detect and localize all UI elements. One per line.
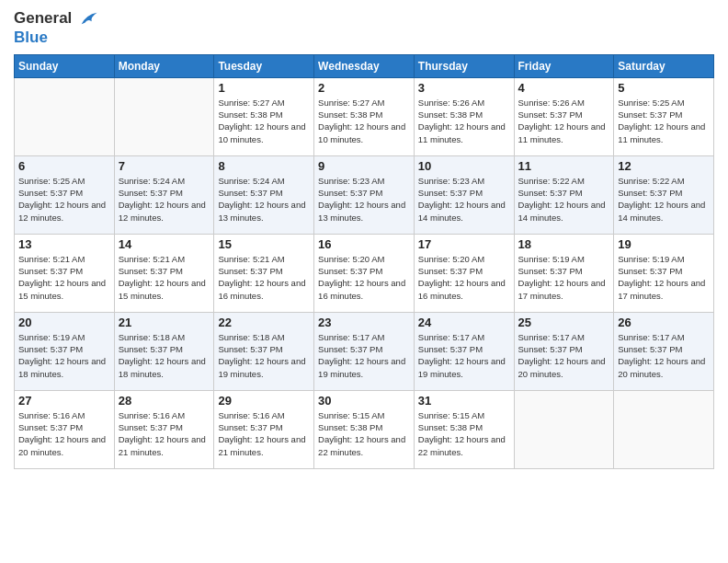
- day-number: 26: [618, 316, 710, 329]
- day-info: Sunrise: 5:17 AM Sunset: 5:37 PM Dayligh…: [418, 331, 510, 380]
- calendar-cell: 6Sunrise: 5:25 AM Sunset: 5:37 PM Daylig…: [15, 155, 115, 234]
- calendar-cell: 8Sunrise: 5:24 AM Sunset: 5:37 PM Daylig…: [214, 155, 314, 234]
- week-row-5: 27Sunrise: 5:16 AM Sunset: 5:37 PM Dayli…: [15, 390, 714, 468]
- day-number: 27: [18, 394, 110, 408]
- logo-line2: Blue: [14, 29, 98, 47]
- day-info: Sunrise: 5:20 AM Sunset: 5:37 PM Dayligh…: [318, 253, 410, 302]
- day-number: 11: [518, 159, 610, 173]
- calendar-cell: 16Sunrise: 5:20 AM Sunset: 5:37 PM Dayli…: [314, 234, 415, 312]
- day-number: 30: [318, 394, 410, 408]
- calendar-table: SundayMondayTuesdayWednesdayThursdayFrid…: [14, 54, 714, 469]
- calendar-cell: 21Sunrise: 5:18 AM Sunset: 5:37 PM Dayli…: [114, 312, 214, 390]
- calendar-cell: 31Sunrise: 5:15 AM Sunset: 5:38 PM Dayli…: [414, 390, 514, 468]
- header: General Blue: [14, 9, 714, 47]
- calendar-cell: 13Sunrise: 5:21 AM Sunset: 5:37 PM Dayli…: [15, 234, 115, 312]
- day-number: 12: [618, 159, 710, 173]
- calendar-cell: 7Sunrise: 5:24 AM Sunset: 5:37 PM Daylig…: [114, 155, 214, 234]
- day-number: 17: [418, 237, 510, 251]
- calendar-cell: 17Sunrise: 5:20 AM Sunset: 5:37 PM Dayli…: [414, 234, 514, 312]
- calendar-cell: 25Sunrise: 5:17 AM Sunset: 5:37 PM Dayli…: [514, 312, 614, 390]
- weekday-header-sunday: Sunday: [15, 54, 115, 77]
- day-info: Sunrise: 5:17 AM Sunset: 5:37 PM Dayligh…: [518, 331, 610, 380]
- calendar-cell: 9Sunrise: 5:23 AM Sunset: 5:37 PM Daylig…: [314, 155, 415, 234]
- week-row-2: 6Sunrise: 5:25 AM Sunset: 5:37 PM Daylig…: [15, 155, 714, 234]
- weekday-header-row: SundayMondayTuesdayWednesdayThursdayFrid…: [15, 54, 714, 77]
- calendar-cell: 26Sunrise: 5:17 AM Sunset: 5:37 PM Dayli…: [614, 312, 714, 390]
- day-number: 20: [18, 316, 110, 329]
- calendar-cell: 29Sunrise: 5:16 AM Sunset: 5:37 PM Dayli…: [214, 390, 314, 468]
- day-number: 24: [418, 316, 510, 329]
- day-number: 10: [418, 159, 510, 173]
- calendar-cell: [114, 77, 214, 155]
- day-number: 15: [218, 237, 310, 251]
- day-info: Sunrise: 5:22 AM Sunset: 5:37 PM Dayligh…: [518, 175, 610, 224]
- day-number: 3: [418, 81, 510, 95]
- calendar-page: General Blue SundayMondayTuesdayWednesda…: [0, 0, 728, 563]
- week-row-3: 13Sunrise: 5:21 AM Sunset: 5:37 PM Dayli…: [15, 234, 714, 312]
- weekday-header-saturday: Saturday: [614, 54, 714, 77]
- day-number: 5: [618, 81, 710, 95]
- day-number: 28: [119, 394, 210, 408]
- calendar-cell: 22Sunrise: 5:18 AM Sunset: 5:37 PM Dayli…: [214, 312, 314, 390]
- day-info: Sunrise: 5:15 AM Sunset: 5:38 PM Dayligh…: [418, 409, 510, 458]
- calendar-cell: 1Sunrise: 5:27 AM Sunset: 5:38 PM Daylig…: [214, 77, 314, 155]
- day-info: Sunrise: 5:23 AM Sunset: 5:37 PM Dayligh…: [318, 175, 410, 224]
- day-info: Sunrise: 5:21 AM Sunset: 5:37 PM Dayligh…: [119, 253, 210, 302]
- day-info: Sunrise: 5:18 AM Sunset: 5:37 PM Dayligh…: [119, 331, 210, 380]
- day-info: Sunrise: 5:16 AM Sunset: 5:37 PM Dayligh…: [18, 409, 110, 458]
- weekday-header-thursday: Thursday: [414, 54, 514, 77]
- calendar-cell: 15Sunrise: 5:21 AM Sunset: 5:37 PM Dayli…: [214, 234, 314, 312]
- day-info: Sunrise: 5:16 AM Sunset: 5:37 PM Dayligh…: [119, 409, 210, 458]
- day-number: 22: [218, 316, 310, 329]
- day-number: 6: [18, 159, 110, 173]
- day-info: Sunrise: 5:19 AM Sunset: 5:37 PM Dayligh…: [518, 253, 610, 302]
- calendar-cell: 11Sunrise: 5:22 AM Sunset: 5:37 PM Dayli…: [514, 155, 614, 234]
- day-info: Sunrise: 5:25 AM Sunset: 5:37 PM Dayligh…: [18, 175, 110, 224]
- day-info: Sunrise: 5:20 AM Sunset: 5:37 PM Dayligh…: [418, 253, 510, 302]
- day-info: Sunrise: 5:27 AM Sunset: 5:38 PM Dayligh…: [218, 97, 310, 145]
- calendar-cell: 4Sunrise: 5:26 AM Sunset: 5:37 PM Daylig…: [514, 77, 614, 155]
- calendar-cell: 3Sunrise: 5:26 AM Sunset: 5:38 PM Daylig…: [414, 77, 514, 155]
- calendar-cell: 27Sunrise: 5:16 AM Sunset: 5:37 PM Dayli…: [15, 390, 115, 468]
- day-number: 2: [318, 81, 410, 95]
- calendar-cell: 5Sunrise: 5:25 AM Sunset: 5:37 PM Daylig…: [614, 77, 714, 155]
- calendar-cell: 10Sunrise: 5:23 AM Sunset: 5:37 PM Dayli…: [414, 155, 514, 234]
- calendar-cell: 20Sunrise: 5:19 AM Sunset: 5:37 PM Dayli…: [15, 312, 115, 390]
- day-number: 4: [518, 81, 610, 95]
- calendar-body: 1Sunrise: 5:27 AM Sunset: 5:38 PM Daylig…: [15, 77, 714, 468]
- weekday-header-friday: Friday: [514, 54, 614, 77]
- day-info: Sunrise: 5:15 AM Sunset: 5:38 PM Dayligh…: [318, 409, 410, 458]
- day-number: 16: [318, 237, 410, 251]
- week-row-4: 20Sunrise: 5:19 AM Sunset: 5:37 PM Dayli…: [15, 312, 714, 390]
- day-info: Sunrise: 5:16 AM Sunset: 5:37 PM Dayligh…: [218, 409, 310, 458]
- calendar-cell: 24Sunrise: 5:17 AM Sunset: 5:37 PM Dayli…: [414, 312, 514, 390]
- logo-bird-icon: [78, 9, 98, 29]
- day-info: Sunrise: 5:17 AM Sunset: 5:37 PM Dayligh…: [318, 331, 410, 380]
- day-info: Sunrise: 5:22 AM Sunset: 5:37 PM Dayligh…: [618, 175, 710, 224]
- calendar-cell: [614, 390, 714, 468]
- day-info: Sunrise: 5:19 AM Sunset: 5:37 PM Dayligh…: [618, 253, 710, 302]
- day-info: Sunrise: 5:26 AM Sunset: 5:37 PM Dayligh…: [518, 97, 610, 145]
- day-info: Sunrise: 5:21 AM Sunset: 5:37 PM Dayligh…: [218, 253, 310, 302]
- day-number: 9: [318, 159, 410, 173]
- calendar-cell: 12Sunrise: 5:22 AM Sunset: 5:37 PM Dayli…: [614, 155, 714, 234]
- day-number: 1: [218, 81, 310, 95]
- calendar-cell: [15, 77, 115, 155]
- day-number: 18: [518, 237, 610, 251]
- day-number: 25: [518, 316, 610, 329]
- day-info: Sunrise: 5:27 AM Sunset: 5:38 PM Dayligh…: [318, 97, 410, 145]
- calendar-cell: 18Sunrise: 5:19 AM Sunset: 5:37 PM Dayli…: [514, 234, 614, 312]
- day-info: Sunrise: 5:21 AM Sunset: 5:37 PM Dayligh…: [18, 253, 110, 302]
- day-info: Sunrise: 5:23 AM Sunset: 5:37 PM Dayligh…: [418, 175, 510, 224]
- calendar-cell: 28Sunrise: 5:16 AM Sunset: 5:37 PM Dayli…: [114, 390, 214, 468]
- day-info: Sunrise: 5:19 AM Sunset: 5:37 PM Dayligh…: [18, 331, 110, 380]
- day-info: Sunrise: 5:25 AM Sunset: 5:37 PM Dayligh…: [618, 97, 710, 145]
- day-number: 13: [18, 237, 110, 251]
- day-number: 23: [318, 316, 410, 329]
- day-info: Sunrise: 5:17 AM Sunset: 5:37 PM Dayligh…: [618, 331, 710, 380]
- calendar-cell: [514, 390, 614, 468]
- logo-line1: General: [14, 9, 98, 29]
- day-number: 19: [618, 237, 710, 251]
- day-info: Sunrise: 5:24 AM Sunset: 5:37 PM Dayligh…: [218, 175, 310, 224]
- day-number: 7: [119, 159, 210, 173]
